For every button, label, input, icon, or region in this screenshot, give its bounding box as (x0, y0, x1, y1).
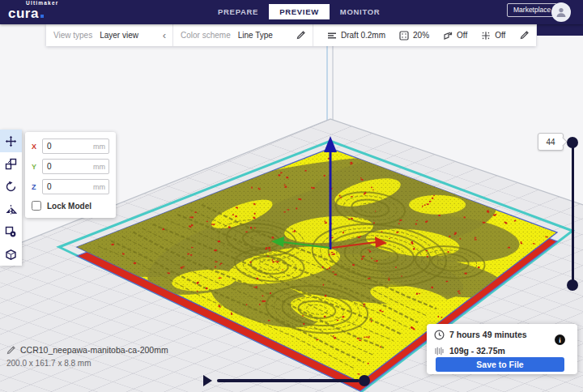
cura-logo: Ultimaker cura (8, 1, 58, 20)
adhesion-icon (481, 31, 491, 40)
tab-preview[interactable]: PREVIEW (269, 4, 330, 19)
material-spool-icon (434, 346, 445, 356)
move-icon (5, 135, 17, 147)
material-usage: 109g - 32.75m (449, 346, 505, 356)
print-time: 7 hours 49 minutes (449, 330, 527, 339)
print-summary-card: 7 hours 49 minutes 109g - 32.75m i Save … (427, 324, 577, 374)
infill-value: 20% (413, 31, 429, 40)
mirror-tool-button[interactable] (0, 198, 22, 220)
per-model-settings-icon (5, 226, 17, 238)
view-types-value: Layer view (100, 31, 138, 40)
profile-value: Draft 0.2mm (341, 31, 385, 40)
model-name: CCR10_neepawa-manitoba-ca-200mm (20, 345, 168, 355)
logo-dot (40, 15, 44, 18)
y-unit-label: mm (93, 163, 109, 171)
model-dimensions: 200.0 x 161.7 x 8.8 mm (6, 359, 91, 368)
lock-model-label: Lock Model (47, 202, 91, 211)
support-value: Off (457, 31, 467, 40)
move-tool-panel: X mm Y mm Z mm Lock Model (25, 132, 116, 218)
account-avatar[interactable] (551, 2, 571, 22)
x-axis-label: X (32, 143, 39, 151)
color-scheme-dropdown[interactable]: Color scheme Line Type (173, 24, 313, 46)
print-settings-panel[interactable]: Draft 0.2mm 20% Off Off (313, 24, 536, 46)
z-unit-label: mm (93, 183, 109, 191)
x-unit-label: mm (93, 143, 109, 151)
z-position-input[interactable] (43, 182, 91, 191)
model-name-row: CCR10_neepawa-manitoba-ca-200mm (6, 345, 168, 355)
infill-setting[interactable]: 20% (399, 31, 429, 40)
save-to-file-button[interactable]: Save to File (436, 357, 564, 372)
per-model-settings-button[interactable] (0, 220, 22, 243)
edit-color-scheme-icon[interactable] (296, 31, 305, 40)
edit-print-settings-icon[interactable] (520, 31, 529, 40)
layer-height-icon (327, 31, 337, 40)
color-scheme-value: Line Type (238, 31, 273, 40)
view-types-dropdown[interactable]: View types Layer view ‹ (46, 24, 172, 46)
support-setting[interactable]: Off (443, 31, 467, 40)
scale-tool-button[interactable] (0, 152, 22, 175)
app-header: Ultimaker cura PREPARE PREVIEW MONITOR (0, 0, 583, 24)
tab-prepare[interactable]: PREPARE (207, 4, 269, 19)
y-position-input[interactable] (43, 162, 91, 171)
x-position-input[interactable] (43, 142, 91, 151)
info-icon[interactable]: i (555, 334, 565, 345)
tool-panel (0, 130, 22, 266)
layer-slider-track[interactable] (572, 143, 574, 285)
lock-model-checkbox[interactable] (32, 201, 41, 211)
view-types-label: View types (53, 31, 92, 40)
current-layer-badge[interactable]: 44 (538, 133, 564, 151)
collapse-chevron-icon[interactable]: ‹ (163, 32, 166, 40)
mirror-icon (5, 203, 17, 215)
rotate-icon (5, 181, 17, 193)
marketplace-button[interactable]: Marketplace (507, 3, 557, 17)
adhesion-value: Off (495, 31, 505, 40)
clock-icon (434, 330, 445, 340)
y-axis-label: Y (32, 163, 39, 171)
layer-slider-top-handle[interactable] (567, 137, 578, 148)
cura-product-text: cura (8, 6, 39, 21)
profile-setting[interactable]: Draft 0.2mm (327, 31, 385, 40)
scale-icon (5, 158, 17, 170)
playback-slider-handle[interactable] (359, 375, 370, 386)
layer-slider-bottom-handle[interactable] (567, 279, 578, 291)
rotate-tool-button[interactable] (0, 175, 22, 198)
move-tool-button[interactable] (0, 130, 22, 152)
preview-toolbar: View types Layer view ‹ Color scheme Lin… (46, 24, 536, 46)
playback-slider-track[interactable] (217, 379, 360, 382)
rename-pencil-icon[interactable] (6, 346, 15, 355)
support-blocker-icon (5, 249, 17, 261)
stage-tabs: PREPARE PREVIEW MONITOR (207, 4, 390, 19)
tab-monitor[interactable]: MONITOR (330, 4, 391, 19)
z-axis-label: Z (32, 183, 39, 191)
infill-icon (399, 31, 409, 40)
play-button[interactable] (203, 375, 212, 386)
color-scheme-label: Color scheme (181, 31, 231, 40)
support-blocker-button[interactable] (0, 243, 22, 266)
support-icon (443, 31, 453, 40)
person-icon (555, 6, 567, 18)
adhesion-setting[interactable]: Off (481, 31, 505, 40)
